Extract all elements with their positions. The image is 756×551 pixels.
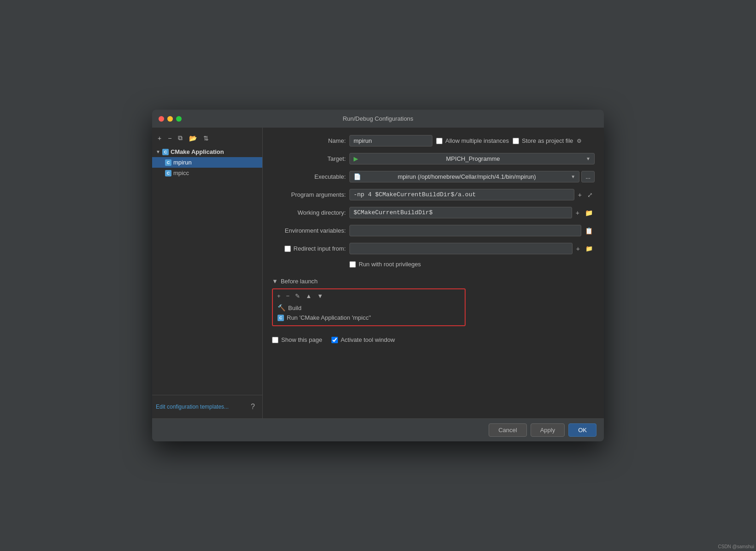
before-launch-header: ▼ Before launch bbox=[272, 278, 595, 285]
footer: Cancel Apply OK CSDN @samshui bbox=[152, 418, 604, 441]
before-launch-label: Before launch bbox=[281, 278, 318, 285]
before-launch-item-build[interactable]: 🔨 Build bbox=[276, 303, 462, 313]
env-vars-label: Environment variables: bbox=[272, 227, 346, 234]
cmake-icon-mpicc: C bbox=[165, 170, 171, 176]
sidebar-item-mpirun[interactable]: C mpirun bbox=[152, 157, 262, 168]
program-args-input[interactable] bbox=[349, 189, 574, 200]
working-dir-input[interactable] bbox=[349, 207, 572, 218]
cmake-icon: C bbox=[162, 149, 169, 155]
before-launch-box: + − ✎ ▲ ▼ 🔨 Build C Run 'CMake Applicati… bbox=[272, 288, 466, 326]
bl-up-button[interactable]: ▲ bbox=[304, 292, 313, 300]
activate-tool-checkbox[interactable] bbox=[331, 337, 338, 343]
executable-browse-button[interactable]: ... bbox=[581, 171, 595, 182]
redirect-browse-button[interactable]: 📁 bbox=[584, 244, 595, 253]
working-dir-row: Working directory: + 📁 bbox=[272, 207, 595, 218]
tree-group-cmake[interactable]: ▼ C CMake Application bbox=[152, 147, 262, 157]
allow-multiple-label[interactable]: Allow multiple instances bbox=[436, 137, 509, 144]
before-launch-chevron: ▼ bbox=[272, 278, 278, 285]
executable-label: Executable: bbox=[272, 173, 346, 180]
bl-remove-button[interactable]: − bbox=[285, 292, 291, 300]
edit-templates-link[interactable]: Edit configuration templates... bbox=[156, 404, 229, 410]
target-icon: ▶ bbox=[354, 155, 358, 162]
before-launch-build-label: Build bbox=[288, 305, 301, 311]
chevron-down-icon: ▼ bbox=[156, 149, 160, 154]
apply-button[interactable]: Apply bbox=[531, 423, 565, 437]
program-args-wrapper: + ⤢ bbox=[349, 189, 595, 200]
cmake-icon-mpirun: C bbox=[165, 159, 171, 166]
minimize-button[interactable] bbox=[167, 116, 173, 122]
redirect-add-button[interactable]: + bbox=[574, 244, 582, 253]
sidebar-toolbar: + − ⧉ 📂 ⇅ bbox=[152, 131, 262, 147]
sidebar-item-mpicc[interactable]: C mpicc bbox=[152, 168, 262, 178]
program-args-add-button[interactable]: + bbox=[576, 190, 584, 199]
store-project-label[interactable]: Store as project file bbox=[513, 137, 573, 144]
sidebar-item-label-mpicc: mpicc bbox=[173, 170, 189, 176]
root-privileges-checkbox[interactable] bbox=[349, 261, 356, 268]
run-debug-dialog: Run/Debug Configurations + − ⧉ 📂 ⇅ ▼ C C… bbox=[152, 110, 604, 441]
cancel-button[interactable]: Cancel bbox=[489, 423, 526, 437]
add-config-button[interactable]: + bbox=[156, 134, 163, 143]
close-button[interactable] bbox=[159, 116, 164, 122]
before-launch-section: ▼ Before launch + − ✎ ▲ ▼ 🔨 Build bbox=[272, 278, 595, 326]
program-args-expand-button[interactable]: ⤢ bbox=[585, 190, 595, 199]
build-icon: 🔨 bbox=[278, 304, 285, 311]
main-content: + − ⧉ 📂 ⇅ ▼ C CMake Application C mpirun… bbox=[152, 128, 604, 418]
name-row: Name: Allow multiple instances Store as … bbox=[272, 135, 595, 147]
env-vars-input[interactable] bbox=[349, 225, 581, 236]
copy-config-button[interactable]: ⧉ bbox=[176, 133, 184, 143]
sidebar: + − ⧉ 📂 ⇅ ▼ C CMake Application C mpirun… bbox=[152, 128, 263, 418]
dialog-title: Run/Debug Configurations bbox=[343, 115, 413, 122]
executable-value: mpirun (/opt/homebrew/Cellar/mpich/4.1/b… bbox=[398, 173, 536, 180]
env-vars-row: Environment variables: 📋 bbox=[272, 225, 595, 236]
title-bar: Run/Debug Configurations bbox=[152, 110, 604, 128]
executable-row: Executable: 📄 mpirun (/opt/homebrew/Cell… bbox=[272, 171, 595, 182]
root-privileges-row: Run with root privileges bbox=[349, 261, 595, 268]
target-value: MPICH_Programme bbox=[446, 155, 500, 162]
sidebar-item-label-mpirun: mpirun bbox=[173, 159, 192, 166]
redirect-row: Redirect input from: + 📁 bbox=[272, 243, 595, 254]
executable-field-wrapper: 📄 mpirun (/opt/homebrew/Cellar/mpich/4.1… bbox=[349, 171, 595, 182]
tree-group-label: CMake Application bbox=[171, 148, 224, 155]
store-project-checkbox[interactable] bbox=[513, 138, 519, 144]
before-launch-item-run[interactable]: C Run 'CMake Application 'mpicc'' bbox=[276, 313, 462, 322]
bl-add-button[interactable]: + bbox=[276, 292, 282, 300]
working-dir-label: Working directory: bbox=[272, 209, 346, 216]
program-args-row: Program arguments: + ⤢ bbox=[272, 189, 595, 200]
doc-icon: 📄 bbox=[354, 173, 361, 180]
show-page-checkbox[interactable] bbox=[272, 337, 278, 343]
right-panel: Name: Allow multiple instances Store as … bbox=[263, 128, 604, 418]
bl-edit-button[interactable]: ✎ bbox=[294, 292, 301, 300]
root-privileges-label[interactable]: Run with root privileges bbox=[349, 261, 421, 268]
target-dropdown[interactable]: ▶ MPICH_Programme ▼ bbox=[349, 153, 595, 164]
target-dropdown-arrow: ▼ bbox=[586, 156, 591, 161]
working-dir-add-button[interactable]: + bbox=[574, 208, 581, 217]
run-icon: C bbox=[278, 315, 284, 321]
redirect-input-wrapper: + 📁 bbox=[349, 243, 595, 254]
working-dir-browse-button[interactable]: 📁 bbox=[583, 208, 595, 217]
allow-multiple-checkbox[interactable] bbox=[436, 138, 443, 144]
name-input[interactable] bbox=[349, 135, 432, 147]
program-args-label: Program arguments: bbox=[272, 191, 346, 198]
env-vars-wrapper: 📋 bbox=[349, 225, 595, 236]
gear-icon[interactable]: ⚙ bbox=[577, 138, 582, 144]
maximize-button[interactable] bbox=[176, 116, 182, 122]
executable-dropdown-arrow: ▼ bbox=[571, 174, 575, 179]
ok-button[interactable]: OK bbox=[568, 423, 597, 437]
env-vars-edit-button[interactable]: 📋 bbox=[583, 226, 595, 235]
redirect-input[interactable] bbox=[349, 243, 573, 254]
redirect-checkbox-label[interactable]: Redirect input from: bbox=[272, 245, 346, 252]
bottom-options: Show this page Activate tool window bbox=[272, 336, 595, 343]
activate-tool-label[interactable]: Activate tool window bbox=[331, 336, 395, 343]
redirect-checkbox[interactable] bbox=[284, 246, 291, 252]
remove-config-button[interactable]: − bbox=[166, 134, 173, 143]
window-controls bbox=[159, 116, 182, 122]
before-launch-run-label: Run 'CMake Application 'mpicc'' bbox=[287, 314, 371, 321]
open-folder-button[interactable]: 📂 bbox=[187, 134, 199, 143]
bl-down-button[interactable]: ▼ bbox=[316, 292, 325, 300]
help-icon[interactable]: ? bbox=[247, 401, 259, 413]
sort-button[interactable]: ⇅ bbox=[201, 134, 211, 143]
show-page-label[interactable]: Show this page bbox=[272, 336, 322, 343]
executable-dropdown[interactable]: 📄 mpirun (/opt/homebrew/Cellar/mpich/4.1… bbox=[349, 171, 579, 182]
name-label: Name: bbox=[272, 137, 346, 144]
target-label: Target: bbox=[272, 155, 346, 162]
